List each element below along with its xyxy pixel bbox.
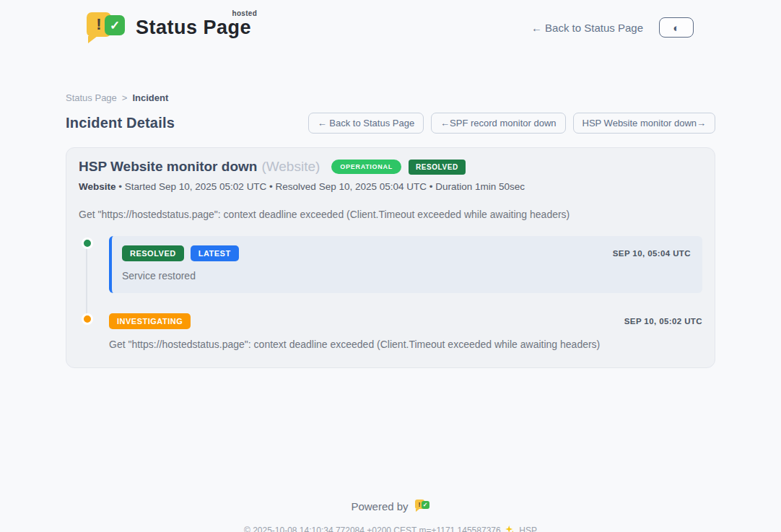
timeline-item-investigating: INVESTIGATING SEP 10, 05:02 UTC Get "htt… [109, 313, 702, 350]
incident-meta-details: • Started Sep 10, 2025 05:02 UTC • Resol… [116, 181, 525, 192]
copyright-line: © 2025-10-08 14:10:34.772084 +0200 CEST … [0, 526, 781, 532]
header-back-link[interactable]: ← Back to Status Page [531, 22, 643, 34]
status-page-mini-logo-icon: ! ✓ [415, 499, 430, 513]
timeline-resolved-badge: RESOLVED [122, 245, 184, 261]
brand[interactable]: ! ✓ Status Page hosted [87, 10, 251, 45]
status-page-logo-icon: ! ✓ [87, 10, 126, 45]
breadcrumb-incident: Incident [132, 92, 168, 103]
checkmark-icon: ✓ [105, 15, 125, 35]
incident-component: (Website) [261, 159, 320, 175]
incident-meta: Website • Started Sep 10, 2025 05:02 UTC… [79, 181, 702, 192]
copyright-prefix: © 2025-10-08 14:10:34.772084 +0200 CEST … [244, 526, 501, 532]
sparkles-icon [505, 526, 515, 532]
checkmark-icon: ✓ [422, 501, 429, 509]
page-title: Incident Details [66, 115, 175, 131]
timeline-investigating-badge: INVESTIGATING [109, 313, 191, 329]
timeline-item-resolved: RESOLVED LATEST SEP 10, 05:04 UTC Servic… [109, 236, 702, 293]
breadcrumb: Status Page > Incident [66, 92, 715, 103]
incident-description: Get "https://hostedstatus.page": context… [79, 209, 702, 220]
next-incident-button[interactable]: HSP Website monitor down→ [573, 113, 715, 134]
timeline-timestamp: SEP 10, 05:04 UTC [613, 249, 691, 258]
brand-hosted-label: hosted [232, 9, 257, 17]
timeline-badges: RESOLVED LATEST [122, 245, 239, 261]
incident-card: HSP Website monitor down (Website) OPERA… [66, 147, 715, 368]
timeline-dot-green [82, 237, 93, 249]
timeline-item-head: INVESTIGATING SEP 10, 05:02 UTC [109, 313, 702, 329]
timeline-dot-orange [82, 313, 93, 325]
breadcrumb-status-page[interactable]: Status Page [66, 92, 117, 103]
incident-card-header: HSP Website monitor down (Website) OPERA… [79, 159, 702, 175]
main-content: Status Page > Incident Incident Details … [66, 92, 715, 368]
half-circle-icon: ◐ [673, 22, 679, 33]
copyright-suffix: HSP [519, 526, 537, 532]
resolved-badge: RESOLVED [409, 160, 466, 175]
timeline-latest-box: RESOLVED LATEST SEP 10, 05:04 UTC Servic… [109, 236, 702, 293]
incident-nav-buttons: ← Back to Status Page ←SPF record monito… [308, 113, 715, 134]
timeline-timestamp: SEP 10, 05:02 UTC [624, 317, 702, 326]
timeline-connector-line [86, 248, 87, 315]
incident-meta-component: Website [79, 181, 116, 192]
breadcrumb-separator: > [122, 92, 128, 103]
operational-badge: OPERATIONAL [331, 160, 401, 174]
header: ! ✓ Status Page hosted ← Back to Status … [0, 0, 781, 45]
incident-timeline: RESOLVED LATEST SEP 10, 05:04 UTC Servic… [79, 236, 702, 350]
timeline-message: Get "https://hostedstatus.page": context… [109, 339, 702, 350]
header-right: ← Back to Status Page ◐ [531, 17, 694, 38]
title-row: Incident Details ← Back to Status Page ←… [66, 113, 715, 134]
timeline-item-head: RESOLVED LATEST SEP 10, 05:04 UTC [122, 245, 691, 261]
timeline-message: Service restored [122, 270, 691, 282]
prev-incident-button[interactable]: ←SPF record monitor down [431, 113, 565, 134]
brand-name-label: Status Page [136, 17, 251, 38]
timeline-latest-badge: LATEST [191, 245, 239, 261]
timeline-badges: INVESTIGATING [109, 313, 191, 329]
theme-toggle-button[interactable]: ◐ [659, 17, 694, 38]
incident-title: HSP Website monitor down [79, 159, 257, 175]
powered-by-label: Powered by [351, 500, 408, 513]
back-to-status-page-button[interactable]: ← Back to Status Page [308, 113, 424, 134]
powered-by-link[interactable]: Powered by ! ✓ [0, 499, 781, 513]
brand-name: Status Page hosted [136, 17, 251, 39]
